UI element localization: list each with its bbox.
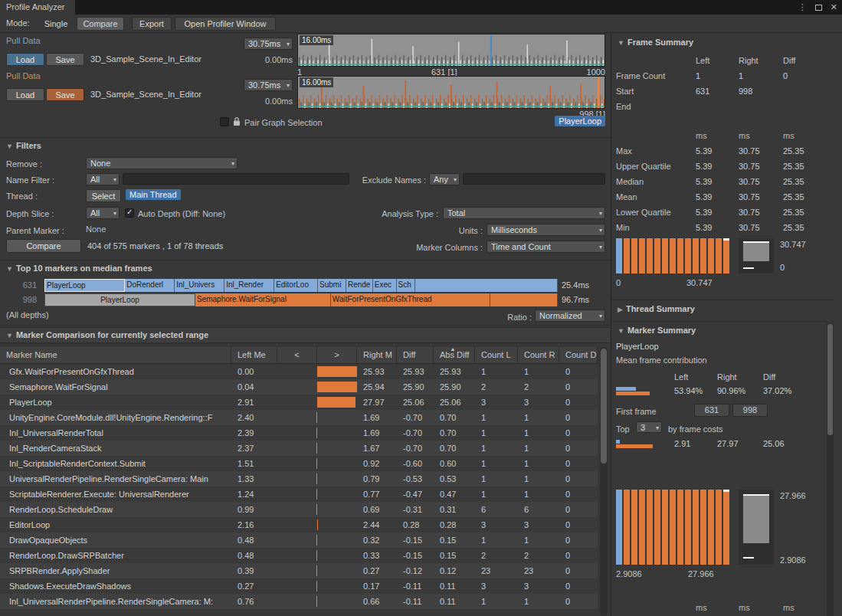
right-frames-graph[interactable]: 16.00ms [297,76,605,109]
table-row[interactable]: Shadows.ExecuteDrawShadows0.270.17-0.110… [0,578,598,594]
comparison-table-scrollbar[interactable] [600,347,608,616]
column-abs-diff[interactable]: ▲Abs Diff [434,347,475,363]
marker-segment[interactable] [490,293,558,306]
frame-summary-section-header[interactable]: ▼Frame Summary [618,38,693,47]
table-row[interactable]: RenderLoop.DrawSRPBatcher0.480.33-0.150.… [0,548,598,563]
diff-bar-blue [316,473,317,484]
sort-ascending-icon: ▲ [450,347,456,352]
exclude-mode-dropdown[interactable]: Any [429,173,460,185]
top-markers-section-header[interactable]: ▼Top 10 markers on median frames [6,264,152,273]
table-row[interactable]: DrawOpaqueObjects0.480.32-0.150.15110 [0,532,598,548]
name-filter-mode-dropdown[interactable]: All [86,173,120,185]
table-row[interactable]: SRPBRender.ApplyShader0.390.27-0.120.122… [0,563,598,578]
comparison-section-header[interactable]: ▼Marker Comparison for currently selecte… [6,330,208,339]
analysis-type-dropdown[interactable]: Total [443,207,605,219]
thread-summary-section-header[interactable]: ▶Thread Summary [618,304,695,313]
marker-summary-section-header[interactable]: ▼Marker Summary [618,326,696,335]
marker-segment[interactable]: Rende [346,279,373,292]
table-row[interactable]: Inl_RenderCameraStack2.371.67-0.700.7011… [0,441,598,456]
auto-depth-checkbox[interactable] [125,208,134,218]
right-median-cell: 0.27 [357,563,397,578]
close-icon[interactable]: ✕ [831,2,837,12]
marker-segment[interactable]: Inl_Render [224,279,274,292]
left-graph-range-dropdown[interactable]: 30.75ms [244,38,293,50]
marker-segment[interactable]: PlayerLoop [44,293,195,306]
summary-value: 5.39 [696,159,739,174]
compare-button[interactable]: Compare [6,239,81,253]
marker-columns-dropdown[interactable]: Time and Count [487,241,605,253]
table-row[interactable]: Inl_ScriptableRenderContext.Submit1.510.… [0,456,598,471]
marker-segment[interactable]: WaitForPresentOnGfxThread [331,293,490,306]
depth-slice-dropdown[interactable]: All [86,207,120,219]
right-frame-number: 998 [6,293,37,306]
filters-section-header[interactable]: ▼Filters [6,141,41,150]
first-frame-left-button[interactable]: 631 [694,404,729,417]
marker-segment[interactable]: Sch [397,279,416,292]
table-row[interactable]: ScriptableRenderer.Execute: UniversalRen… [0,487,598,502]
save-right-button[interactable]: Save [46,88,84,101]
frame-summary-histogram[interactable] [616,238,732,274]
table-row[interactable]: Inl_UniversalRenderTotal2.391.69-0.700.7… [0,425,598,441]
column-count-diff[interactable]: Count D [559,347,598,363]
pull-data-right-button[interactable]: Pull Data [6,71,41,80]
histogram-bar [624,490,630,565]
pull-data-left-button[interactable]: Pull Data [6,36,41,45]
maximize-icon[interactable] [815,5,822,11]
table-row[interactable]: RenderLoop.ScheduleDraw0.990.69-0.310.31… [0,502,598,517]
export-button[interactable]: Export [132,17,172,31]
table-row[interactable]: EditorLoop2.162.440.280.28330 [0,517,598,532]
table-row[interactable]: UnityEngine.CoreModule.dll!UnityEngine.R… [0,410,598,425]
left-contribution-bar [616,387,636,391]
remove-dropdown[interactable]: None [86,157,238,169]
left-frames-graph[interactable]: 16.00ms [297,34,605,67]
exclude-names-input[interactable] [463,173,605,185]
marker-segment[interactable]: Semaphore.WaitForSignal [195,293,331,306]
units-dropdown[interactable]: Milliseconds [487,224,605,236]
window-tab[interactable]: Profile Analyzer [0,0,75,15]
count-diff-cell: 0 [559,471,598,487]
marker-summary-scrollbar[interactable] [827,323,834,616]
column-count-right[interactable]: Count R [518,347,559,363]
marker-summary-histogram[interactable] [616,490,732,565]
save-left-button[interactable]: Save [46,53,84,66]
foldout-icon: ▼ [6,143,13,150]
marker-segment[interactable]: DoRenderl [125,279,175,292]
pair-graph-selection-checkbox[interactable] [220,117,229,126]
mode-compare-button[interactable]: Compare [77,17,124,31]
scrollbar-thumb[interactable] [827,324,833,435]
column-diff[interactable]: Diff [397,347,434,363]
top-n-dropdown[interactable]: 3 [636,421,662,433]
marker-segment[interactable]: EditorLoo [274,279,318,292]
scrollbar-thumb[interactable] [601,349,607,464]
table-row[interactable]: UniversalRenderPipeline.RenderSingleCame… [0,471,598,487]
marker-segment[interactable]: Exec [373,279,397,292]
load-left-button[interactable]: Load [6,53,44,66]
marker-segment[interactable] [415,279,558,292]
first-frame-right-button[interactable]: 998 [732,404,768,417]
table-row[interactable]: Semaphore.WaitForSignal0.0425.9425.9025.… [0,379,598,395]
column-right-median[interactable]: Right M [357,347,397,363]
right-graph-zero-label: 0.00ms [247,97,293,106]
table-row[interactable]: Gfx.WaitForPresentOnGfxThread0.0025.9325… [0,364,598,379]
count-right-cell: 3 [518,578,559,594]
open-profiler-button[interactable]: Open Profiler Window [175,17,276,31]
load-right-button[interactable]: Load [6,88,44,101]
marker-segment[interactable]: Inl_Univers [175,279,224,292]
ratio-dropdown[interactable]: Normalized [535,310,605,322]
column-right-bar[interactable]: > [317,347,357,363]
thread-select-button[interactable]: Select [86,189,121,202]
column-left-bar[interactable]: < [277,347,317,363]
mode-single-button[interactable]: Single [37,17,75,31]
column-marker-name[interactable]: Marker Name [0,347,231,363]
column-count-left[interactable]: Count L [475,347,518,363]
marker-segment[interactable]: PlayerLoop [44,279,125,292]
table-row[interactable]: Inl_UniversalRenderPipeline.RenderSingle… [0,594,598,609]
name-filter-input[interactable] [123,173,349,185]
column-left-median[interactable]: Left Me [231,347,277,363]
count-right-cell: 1 [518,532,559,548]
right-median-cell: 1.67 [357,441,397,456]
marker-segment[interactable]: Submi [318,279,346,292]
menu-icon[interactable]: ⋮ [798,2,807,12]
table-row[interactable]: PlayerLoop2.9127.9725.0625.06330 [0,395,598,410]
right-graph-range-dropdown[interactable]: 30.75ms [244,79,293,91]
